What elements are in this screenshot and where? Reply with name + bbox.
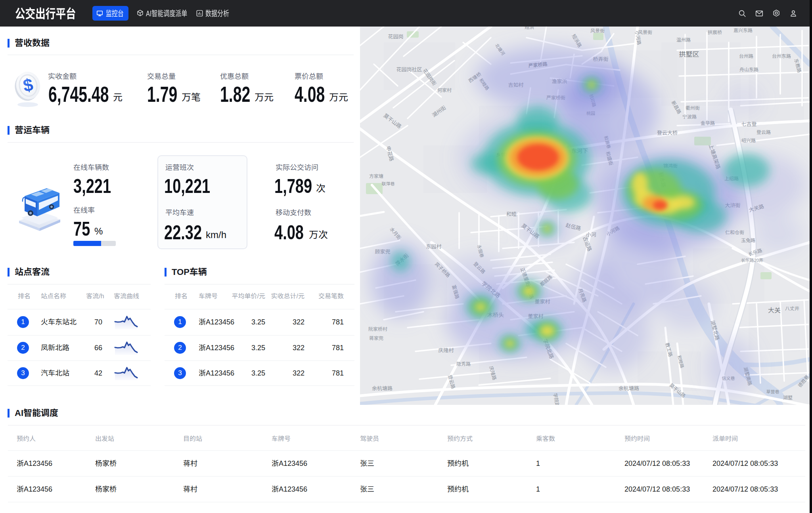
svg-text:七古登: 七古登 xyxy=(741,121,756,127)
svg-text:拱墅区: 拱墅区 xyxy=(679,51,699,58)
svg-text:登云大桥: 登云大桥 xyxy=(657,130,678,136)
svg-text:仁和仓街: 仁和仓街 xyxy=(725,230,744,235)
svg-text:花园岗: 花园岗 xyxy=(388,34,403,40)
svg-text:湖墅: 湖墅 xyxy=(783,395,793,400)
svg-text:长乐路20弄: 长乐路20弄 xyxy=(741,258,763,263)
svg-text:阮家桥村: 阮家桥村 xyxy=(368,326,387,332)
svg-text:和睦: 和睦 xyxy=(506,211,517,217)
svg-text:登云路: 登云路 xyxy=(756,130,771,135)
svg-text:温州路: 温州路 xyxy=(676,37,691,43)
svg-text:东园村: 东园村 xyxy=(426,244,441,250)
svg-text:大关: 大关 xyxy=(768,307,781,314)
svg-text:草营巷: 草营巷 xyxy=(766,389,779,394)
svg-text:嘉兴东路: 嘉兴东路 xyxy=(733,28,753,33)
svg-text:拱宸桥: 拱宸桥 xyxy=(708,30,722,35)
svg-text:庆隆村: 庆隆村 xyxy=(438,347,454,353)
svg-text:台州东路: 台州东路 xyxy=(772,53,791,59)
svg-text:何家村: 何家村 xyxy=(437,88,452,93)
svg-text:花园岗社区: 花园岗社区 xyxy=(396,67,422,72)
svg-text:风景街: 风景街 xyxy=(590,28,605,34)
svg-text:八丈井: 八丈井 xyxy=(785,306,799,311)
svg-text:余杭塘路: 余杭塘路 xyxy=(372,385,393,391)
svg-text:舟山东路: 舟山东路 xyxy=(739,67,758,72)
svg-text:短浜: 短浜 xyxy=(525,27,534,30)
svg-text:台州路: 台州路 xyxy=(739,53,753,59)
svg-text:联萍巷: 联萍巷 xyxy=(382,181,395,186)
svg-text:方家塘: 方家塘 xyxy=(369,174,383,179)
svg-text:隐秀路: 隐秀路 xyxy=(456,361,471,367)
svg-text:余杭塘路: 余杭塘路 xyxy=(619,385,639,391)
svg-text:绍兴路: 绍兴路 xyxy=(741,138,756,143)
svg-text:蒋家兜: 蒋家兜 xyxy=(369,336,383,341)
svg-text:衢州街: 衢州街 xyxy=(686,105,700,111)
